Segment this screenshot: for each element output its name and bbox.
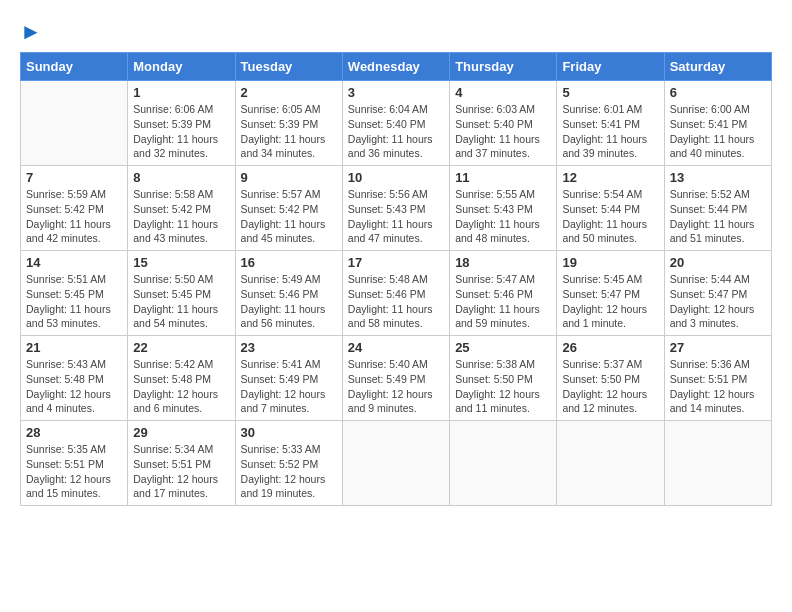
calendar-table: SundayMondayTuesdayWednesdayThursdayFrid…	[20, 52, 772, 506]
day-number: 25	[455, 340, 551, 355]
calendar-week-row: 1Sunrise: 6:06 AMSunset: 5:39 PMDaylight…	[21, 81, 772, 166]
day-info: Sunrise: 5:37 AMSunset: 5:50 PMDaylight:…	[562, 357, 658, 416]
logo-text: ►	[20, 20, 42, 44]
day-number: 2	[241, 85, 337, 100]
calendar-cell: 12Sunrise: 5:54 AMSunset: 5:44 PMDayligh…	[557, 166, 664, 251]
day-info: Sunrise: 5:36 AMSunset: 5:51 PMDaylight:…	[670, 357, 766, 416]
day-number: 9	[241, 170, 337, 185]
day-info: Sunrise: 5:52 AMSunset: 5:44 PMDaylight:…	[670, 187, 766, 246]
calendar-cell: 23Sunrise: 5:41 AMSunset: 5:49 PMDayligh…	[235, 336, 342, 421]
weekday-header-row: SundayMondayTuesdayWednesdayThursdayFrid…	[21, 53, 772, 81]
calendar-cell: 13Sunrise: 5:52 AMSunset: 5:44 PMDayligh…	[664, 166, 771, 251]
day-number: 19	[562, 255, 658, 270]
day-info: Sunrise: 5:50 AMSunset: 5:45 PMDaylight:…	[133, 272, 229, 331]
day-info: Sunrise: 6:00 AMSunset: 5:41 PMDaylight:…	[670, 102, 766, 161]
calendar-cell: 15Sunrise: 5:50 AMSunset: 5:45 PMDayligh…	[128, 251, 235, 336]
day-info: Sunrise: 5:49 AMSunset: 5:46 PMDaylight:…	[241, 272, 337, 331]
calendar-cell: 19Sunrise: 5:45 AMSunset: 5:47 PMDayligh…	[557, 251, 664, 336]
day-number: 20	[670, 255, 766, 270]
day-number: 10	[348, 170, 444, 185]
day-number: 7	[26, 170, 122, 185]
day-number: 29	[133, 425, 229, 440]
day-number: 16	[241, 255, 337, 270]
calendar-cell	[21, 81, 128, 166]
day-info: Sunrise: 5:35 AMSunset: 5:51 PMDaylight:…	[26, 442, 122, 501]
calendar-week-row: 14Sunrise: 5:51 AMSunset: 5:45 PMDayligh…	[21, 251, 772, 336]
day-number: 26	[562, 340, 658, 355]
weekday-header-saturday: Saturday	[664, 53, 771, 81]
day-info: Sunrise: 5:55 AMSunset: 5:43 PMDaylight:…	[455, 187, 551, 246]
calendar-week-row: 7Sunrise: 5:59 AMSunset: 5:42 PMDaylight…	[21, 166, 772, 251]
calendar-week-row: 21Sunrise: 5:43 AMSunset: 5:48 PMDayligh…	[21, 336, 772, 421]
day-info: Sunrise: 5:51 AMSunset: 5:45 PMDaylight:…	[26, 272, 122, 331]
day-info: Sunrise: 5:33 AMSunset: 5:52 PMDaylight:…	[241, 442, 337, 501]
calendar-cell: 10Sunrise: 5:56 AMSunset: 5:43 PMDayligh…	[342, 166, 449, 251]
day-info: Sunrise: 5:48 AMSunset: 5:46 PMDaylight:…	[348, 272, 444, 331]
weekday-header-thursday: Thursday	[450, 53, 557, 81]
day-info: Sunrise: 6:05 AMSunset: 5:39 PMDaylight:…	[241, 102, 337, 161]
weekday-header-monday: Monday	[128, 53, 235, 81]
day-info: Sunrise: 5:34 AMSunset: 5:51 PMDaylight:…	[133, 442, 229, 501]
day-info: Sunrise: 5:44 AMSunset: 5:47 PMDaylight:…	[670, 272, 766, 331]
calendar-cell: 21Sunrise: 5:43 AMSunset: 5:48 PMDayligh…	[21, 336, 128, 421]
day-number: 14	[26, 255, 122, 270]
weekday-header-wednesday: Wednesday	[342, 53, 449, 81]
day-info: Sunrise: 6:04 AMSunset: 5:40 PMDaylight:…	[348, 102, 444, 161]
day-number: 17	[348, 255, 444, 270]
calendar-cell: 26Sunrise: 5:37 AMSunset: 5:50 PMDayligh…	[557, 336, 664, 421]
weekday-header-tuesday: Tuesday	[235, 53, 342, 81]
calendar-cell: 30Sunrise: 5:33 AMSunset: 5:52 PMDayligh…	[235, 421, 342, 506]
day-info: Sunrise: 5:40 AMSunset: 5:49 PMDaylight:…	[348, 357, 444, 416]
day-number: 5	[562, 85, 658, 100]
calendar-cell: 17Sunrise: 5:48 AMSunset: 5:46 PMDayligh…	[342, 251, 449, 336]
day-number: 24	[348, 340, 444, 355]
calendar-cell	[342, 421, 449, 506]
day-info: Sunrise: 6:01 AMSunset: 5:41 PMDaylight:…	[562, 102, 658, 161]
day-number: 6	[670, 85, 766, 100]
day-number: 22	[133, 340, 229, 355]
day-info: Sunrise: 5:58 AMSunset: 5:42 PMDaylight:…	[133, 187, 229, 246]
calendar-cell: 27Sunrise: 5:36 AMSunset: 5:51 PMDayligh…	[664, 336, 771, 421]
day-number: 27	[670, 340, 766, 355]
day-number: 21	[26, 340, 122, 355]
day-info: Sunrise: 5:47 AMSunset: 5:46 PMDaylight:…	[455, 272, 551, 331]
calendar-week-row: 28Sunrise: 5:35 AMSunset: 5:51 PMDayligh…	[21, 421, 772, 506]
day-info: Sunrise: 5:41 AMSunset: 5:49 PMDaylight:…	[241, 357, 337, 416]
calendar-cell: 3Sunrise: 6:04 AMSunset: 5:40 PMDaylight…	[342, 81, 449, 166]
calendar-cell: 8Sunrise: 5:58 AMSunset: 5:42 PMDaylight…	[128, 166, 235, 251]
calendar-cell: 20Sunrise: 5:44 AMSunset: 5:47 PMDayligh…	[664, 251, 771, 336]
day-info: Sunrise: 5:42 AMSunset: 5:48 PMDaylight:…	[133, 357, 229, 416]
day-info: Sunrise: 6:03 AMSunset: 5:40 PMDaylight:…	[455, 102, 551, 161]
day-number: 30	[241, 425, 337, 440]
calendar-cell: 24Sunrise: 5:40 AMSunset: 5:49 PMDayligh…	[342, 336, 449, 421]
calendar-cell	[557, 421, 664, 506]
calendar-cell: 9Sunrise: 5:57 AMSunset: 5:42 PMDaylight…	[235, 166, 342, 251]
day-info: Sunrise: 5:57 AMSunset: 5:42 PMDaylight:…	[241, 187, 337, 246]
day-number: 1	[133, 85, 229, 100]
weekday-header-friday: Friday	[557, 53, 664, 81]
day-info: Sunrise: 5:38 AMSunset: 5:50 PMDaylight:…	[455, 357, 551, 416]
calendar-cell: 6Sunrise: 6:00 AMSunset: 5:41 PMDaylight…	[664, 81, 771, 166]
calendar-cell: 7Sunrise: 5:59 AMSunset: 5:42 PMDaylight…	[21, 166, 128, 251]
day-number: 12	[562, 170, 658, 185]
calendar-cell: 4Sunrise: 6:03 AMSunset: 5:40 PMDaylight…	[450, 81, 557, 166]
calendar-cell: 2Sunrise: 6:05 AMSunset: 5:39 PMDaylight…	[235, 81, 342, 166]
calendar-cell: 11Sunrise: 5:55 AMSunset: 5:43 PMDayligh…	[450, 166, 557, 251]
day-number: 13	[670, 170, 766, 185]
day-number: 23	[241, 340, 337, 355]
day-number: 8	[133, 170, 229, 185]
calendar-cell: 25Sunrise: 5:38 AMSunset: 5:50 PMDayligh…	[450, 336, 557, 421]
calendar-cell	[664, 421, 771, 506]
calendar-cell: 14Sunrise: 5:51 AMSunset: 5:45 PMDayligh…	[21, 251, 128, 336]
calendar-cell: 1Sunrise: 6:06 AMSunset: 5:39 PMDaylight…	[128, 81, 235, 166]
page-header: ►	[20, 20, 772, 42]
calendar-cell	[450, 421, 557, 506]
day-number: 3	[348, 85, 444, 100]
day-info: Sunrise: 5:59 AMSunset: 5:42 PMDaylight:…	[26, 187, 122, 246]
day-number: 15	[133, 255, 229, 270]
calendar-cell: 18Sunrise: 5:47 AMSunset: 5:46 PMDayligh…	[450, 251, 557, 336]
weekday-header-sunday: Sunday	[21, 53, 128, 81]
day-info: Sunrise: 5:43 AMSunset: 5:48 PMDaylight:…	[26, 357, 122, 416]
logo: ►	[20, 20, 42, 42]
day-number: 18	[455, 255, 551, 270]
